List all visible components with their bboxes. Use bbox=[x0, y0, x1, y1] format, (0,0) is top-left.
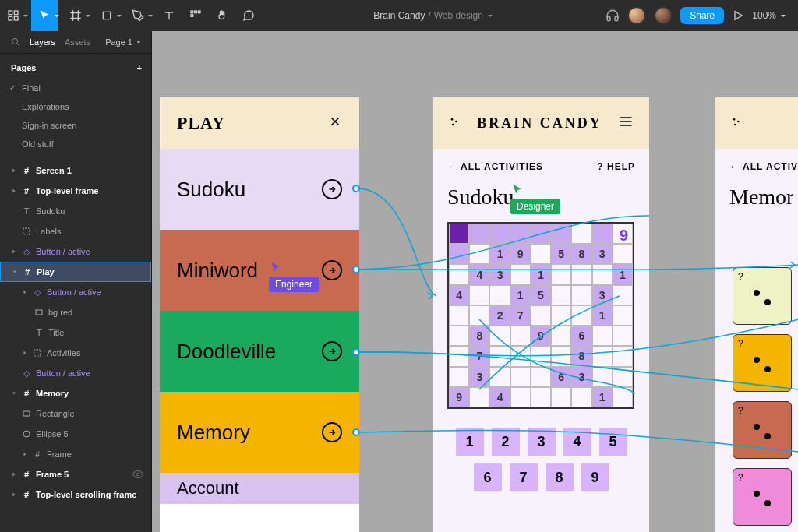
layer-row[interactable]: TTitle bbox=[0, 322, 151, 343]
memory-card[interactable]: ? bbox=[733, 334, 792, 392]
share-button[interactable]: Share bbox=[680, 7, 724, 24]
close-icon[interactable] bbox=[328, 115, 342, 132]
layer-row[interactable]: #Top-level scrolling frame bbox=[0, 484, 151, 505]
numpad-key[interactable]: 3 bbox=[528, 428, 556, 456]
sudoku-cell[interactable] bbox=[613, 346, 633, 366]
layer-row[interactable]: Activities bbox=[0, 343, 151, 363]
sudoku-cell[interactable] bbox=[613, 244, 633, 264]
sudoku-cell[interactable]: 1 bbox=[592, 387, 613, 407]
sudoku-cell[interactable]: 1 bbox=[510, 285, 531, 305]
sudoku-cell[interactable] bbox=[469, 224, 489, 244]
layer-row[interactable]: #Frame bbox=[0, 444, 151, 464]
sudoku-cell[interactable] bbox=[531, 224, 551, 244]
sudoku-cell[interactable] bbox=[489, 367, 510, 387]
layer-row-selected[interactable]: #Play bbox=[0, 262, 151, 282]
memory-card[interactable]: ? bbox=[733, 468, 792, 526]
sudoku-cell[interactable] bbox=[571, 264, 591, 284]
back-all-activities[interactable]: ← ALL ACTIVITIES bbox=[447, 161, 543, 172]
numpad-key[interactable]: 6 bbox=[474, 463, 502, 491]
memory-card[interactable]: ? bbox=[733, 267, 792, 325]
sudoku-cell[interactable] bbox=[449, 346, 469, 366]
sudoku-cell[interactable] bbox=[531, 387, 551, 407]
sudoku-cell[interactable] bbox=[592, 264, 613, 284]
sudoku-cell[interactable] bbox=[551, 346, 571, 366]
sudoku-cell[interactable] bbox=[592, 367, 613, 387]
sudoku-cell[interactable]: 4 bbox=[469, 264, 489, 284]
numpad-key[interactable]: 2 bbox=[492, 428, 520, 456]
numpad-key[interactable]: 1 bbox=[456, 428, 484, 456]
avatar-user-2[interactable] bbox=[654, 6, 673, 25]
sudoku-cell[interactable]: 6 bbox=[571, 326, 591, 346]
sudoku-cell[interactable] bbox=[551, 264, 571, 284]
sudoku-cell[interactable]: 3 bbox=[489, 264, 510, 284]
sudoku-cell[interactable] bbox=[489, 285, 510, 305]
sudoku-cell[interactable] bbox=[449, 305, 469, 326]
play-row-memory[interactable]: Memory bbox=[160, 392, 359, 473]
connector-endpoint[interactable] bbox=[352, 185, 360, 192]
sudoku-cell[interactable] bbox=[469, 387, 489, 407]
sudoku-cell[interactable] bbox=[613, 285, 633, 305]
present-icon[interactable] bbox=[732, 9, 744, 22]
sudoku-cell[interactable]: 4 bbox=[449, 285, 469, 305]
sudoku-cell[interactable] bbox=[469, 285, 489, 305]
layer-row[interactable]: TSudoku bbox=[0, 201, 151, 221]
sudoku-cell[interactable]: 3 bbox=[469, 367, 489, 387]
memory-card[interactable]: ? bbox=[733, 401, 792, 459]
sudoku-cell[interactable] bbox=[571, 224, 591, 244]
play-row-miniword[interactable]: Miniword bbox=[160, 230, 359, 311]
sudoku-cell[interactable] bbox=[489, 346, 510, 366]
zoom-dropdown[interactable]: 100% bbox=[752, 10, 787, 21]
sudoku-cell[interactable] bbox=[510, 346, 531, 366]
sudoku-cell[interactable] bbox=[551, 326, 571, 346]
sudoku-cell[interactable] bbox=[551, 387, 571, 407]
frame-memory[interactable]: BRA ← ALL ACTIV Memor ???? bbox=[715, 97, 798, 532]
layer-row[interactable]: ◇Button / active bbox=[0, 241, 151, 262]
sudoku-cell[interactable]: 8 bbox=[571, 346, 591, 366]
sudoku-cell[interactable] bbox=[510, 387, 531, 407]
sudoku-cell[interactable] bbox=[571, 305, 591, 326]
sudoku-cell[interactable] bbox=[613, 305, 633, 326]
headphones-icon[interactable] bbox=[606, 9, 620, 23]
avatar-user-1[interactable] bbox=[627, 6, 646, 25]
sudoku-cell[interactable] bbox=[551, 305, 571, 326]
page-item[interactable]: Final bbox=[0, 79, 151, 97]
sudoku-cell[interactable] bbox=[613, 367, 633, 387]
layer-row[interactable]: Ellipse 5 bbox=[0, 424, 151, 444]
sudoku-cell[interactable]: 3 bbox=[592, 285, 613, 305]
sudoku-cell[interactable]: 8 bbox=[571, 244, 591, 264]
layer-row[interactable]: #Frame 5 bbox=[0, 464, 151, 484]
text-tool-button[interactable] bbox=[156, 0, 182, 31]
sudoku-cell[interactable]: 9 bbox=[531, 326, 551, 346]
connector-endpoint[interactable] bbox=[352, 428, 360, 436]
sudoku-cell[interactable]: 1 bbox=[489, 244, 510, 264]
sudoku-cell[interactable] bbox=[510, 326, 531, 346]
hand-tool-button[interactable] bbox=[209, 0, 235, 31]
sudoku-cell[interactable] bbox=[571, 387, 591, 407]
layer-row[interactable]: #Top-level frame bbox=[0, 181, 151, 201]
sudoku-cell[interactable] bbox=[592, 346, 613, 366]
sudoku-cell[interactable] bbox=[489, 326, 510, 346]
sudoku-cell[interactable] bbox=[592, 224, 613, 244]
page-item[interactable]: Old stuff bbox=[0, 135, 151, 153]
sudoku-cell[interactable] bbox=[449, 224, 469, 244]
connector-endpoint[interactable] bbox=[352, 266, 360, 273]
numpad-key[interactable]: 5 bbox=[599, 428, 627, 456]
sudoku-cell[interactable]: 8 bbox=[469, 326, 489, 346]
layer-row[interactable]: #Screen 1 bbox=[0, 160, 151, 181]
numpad-key[interactable]: 8 bbox=[546, 463, 574, 491]
sudoku-cell[interactable]: 7 bbox=[510, 305, 531, 326]
page-item[interactable]: Explorations bbox=[0, 97, 151, 116]
document-title[interactable]: Brain Candy / Web design bbox=[262, 10, 606, 21]
tab-assets[interactable]: Assets bbox=[65, 37, 90, 47]
sudoku-cell[interactable]: 4 bbox=[489, 387, 510, 407]
numpad-key[interactable]: 7 bbox=[510, 463, 538, 491]
play-row-sudoku[interactable]: Sudoku bbox=[160, 149, 359, 230]
connector-endpoint[interactable] bbox=[352, 348, 360, 356]
sudoku-cell[interactable] bbox=[510, 367, 531, 387]
canvas[interactable]: PLAY Sudoku Miniword Doodleville Memory … bbox=[152, 31, 798, 532]
sudoku-cell[interactable] bbox=[510, 224, 531, 244]
sudoku-cell[interactable] bbox=[510, 264, 531, 284]
tab-layers[interactable]: Layers bbox=[30, 37, 55, 47]
play-row-doodleville[interactable]: Doodleville bbox=[160, 311, 359, 392]
sudoku-cell[interactable]: 3 bbox=[592, 244, 613, 264]
